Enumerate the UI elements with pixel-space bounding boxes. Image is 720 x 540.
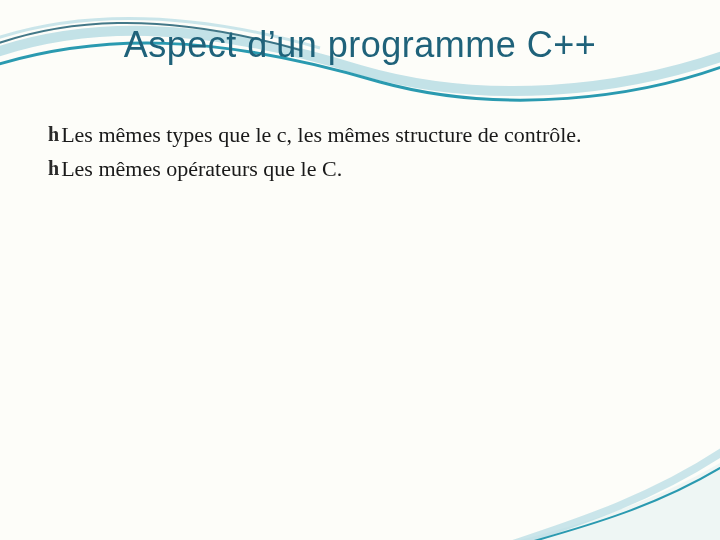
bullet-text: Les mêmes types que le c, les mêmes stru… xyxy=(61,120,582,150)
slide-content: h Les mêmes types que le c, les mêmes st… xyxy=(48,120,660,188)
slide: Aspect d’un programme C++ h Les mêmes ty… xyxy=(0,0,720,540)
bullet-text: Les mêmes opérateurs que le C. xyxy=(61,154,342,184)
decorative-corner xyxy=(500,420,720,540)
bullet-icon: h xyxy=(48,154,59,182)
list-item: h Les mêmes opérateurs que le C. xyxy=(48,154,660,184)
slide-title: Aspect d’un programme C++ xyxy=(0,24,720,66)
list-item: h Les mêmes types que le c, les mêmes st… xyxy=(48,120,660,150)
bullet-icon: h xyxy=(48,120,59,148)
